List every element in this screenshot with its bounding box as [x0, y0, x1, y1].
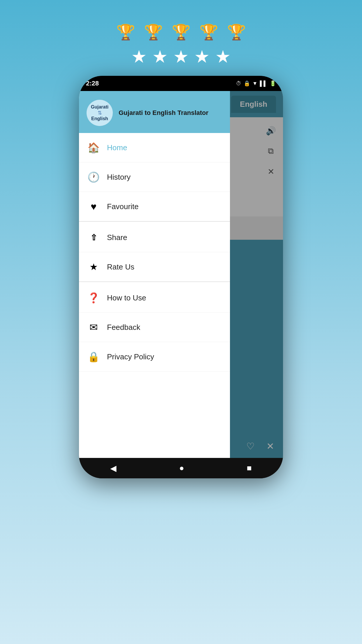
favourite-heart-icon: ♥	[87, 200, 100, 213]
menu-item-feedback[interactable]: ✉ Feedback	[79, 313, 230, 342]
star-icon-4: ★	[194, 46, 210, 67]
lock-icon: 🔒	[244, 80, 250, 87]
navigation-drawer: Gujarati ⇅ English Gujarati to English T…	[79, 91, 230, 458]
signal-icon: ▌▌	[260, 80, 267, 87]
rating-area: 🏆 🏆 🏆 🏆 🏆 ★ ★ ★ ★ ★	[116, 0, 246, 67]
phone-frame: 2:28 ⏱ 🔒 ▼ ▌▌ 🔋 English here orarati.va …	[79, 76, 283, 478]
trophy-icon-3: 🏆	[172, 23, 191, 41]
star-icon-3: ★	[173, 46, 189, 67]
menu-item-rate-us[interactable]: ★ Rate Us	[79, 252, 230, 282]
screen: English here orarati.va mict karo. 🔊 ⧉ ✕…	[79, 91, 283, 458]
drawer-header: Gujarati ⇅ English Gujarati to English T…	[79, 91, 230, 133]
media-icon: ⏱	[236, 80, 241, 87]
menu-item-share[interactable]: ⇧ Share	[79, 223, 230, 252]
logo-text-gujarati: Gujarati	[91, 104, 108, 110]
menu-item-how-to-use[interactable]: ❓ How to Use	[79, 283, 230, 313]
lock-menu-icon: 🔒	[87, 350, 100, 363]
status-bar: 2:28 ⏱ 🔒 ▼ ▌▌ 🔋	[79, 76, 283, 91]
email-icon: ✉	[87, 321, 100, 334]
drawer-logo: Gujarati ⇅ English	[87, 100, 113, 126]
menu-item-history[interactable]: 🕐 History	[79, 162, 230, 192]
status-icons: ⏱ 🔒 ▼ ▌▌ 🔋	[236, 80, 276, 87]
trophy-icon-1: 🏆	[116, 23, 135, 41]
menu-label-history: History	[107, 173, 131, 182]
star-row: ★ ★ ★ ★ ★	[131, 46, 231, 67]
bottom-nav: ◀ ● ■	[79, 458, 283, 478]
trophy-row: 🏆 🏆 🏆 🏆 🏆	[116, 23, 246, 41]
menu-label-share: Share	[107, 233, 127, 242]
nav-recent-button[interactable]: ■	[238, 461, 261, 476]
logo-arrow-icon: ⇅	[98, 110, 102, 116]
star-icon-5: ★	[215, 46, 231, 67]
menu-label-home: Home	[107, 143, 127, 152]
menu-item-home[interactable]: 🏠 Home	[79, 133, 230, 162]
status-time: 2:28	[86, 80, 99, 87]
wifi-icon: ▼	[252, 80, 258, 87]
trophy-icon-2: 🏆	[144, 23, 163, 41]
nav-back-button[interactable]: ◀	[101, 461, 125, 476]
nav-home-button[interactable]: ●	[171, 461, 193, 476]
menu-label-privacy-policy: Privacy Policy	[107, 352, 154, 361]
menu-label-how-to-use: How to Use	[107, 293, 146, 302]
menu-item-favourite[interactable]: ♥ Favourite	[79, 192, 230, 222]
menu-label-feedback: Feedback	[107, 323, 140, 332]
menu-label-rate-us: Rate Us	[107, 262, 134, 272]
share-icon: ⇧	[87, 231, 100, 244]
menu-item-privacy-policy[interactable]: 🔒 Privacy Policy	[79, 342, 230, 372]
logo-text-english: English	[91, 116, 108, 121]
trophy-icon-4: 🏆	[199, 23, 218, 41]
home-icon: 🏠	[87, 141, 100, 154]
battery-icon: 🔋	[270, 80, 276, 87]
menu-label-favourite: Favourite	[107, 202, 138, 211]
drawer-menu: 🏠 Home 🕐 History ♥ Favourite ⇧ Share ★	[79, 133, 230, 458]
star-icon-1: ★	[131, 46, 147, 67]
history-icon: 🕐	[87, 171, 100, 183]
star-icon-2: ★	[152, 46, 168, 67]
trophy-icon-5: 🏆	[227, 23, 246, 41]
star-rate-icon: ★	[87, 260, 100, 273]
question-icon: ❓	[87, 291, 100, 304]
drawer-app-title: Gujarati to English Translator	[119, 109, 208, 117]
